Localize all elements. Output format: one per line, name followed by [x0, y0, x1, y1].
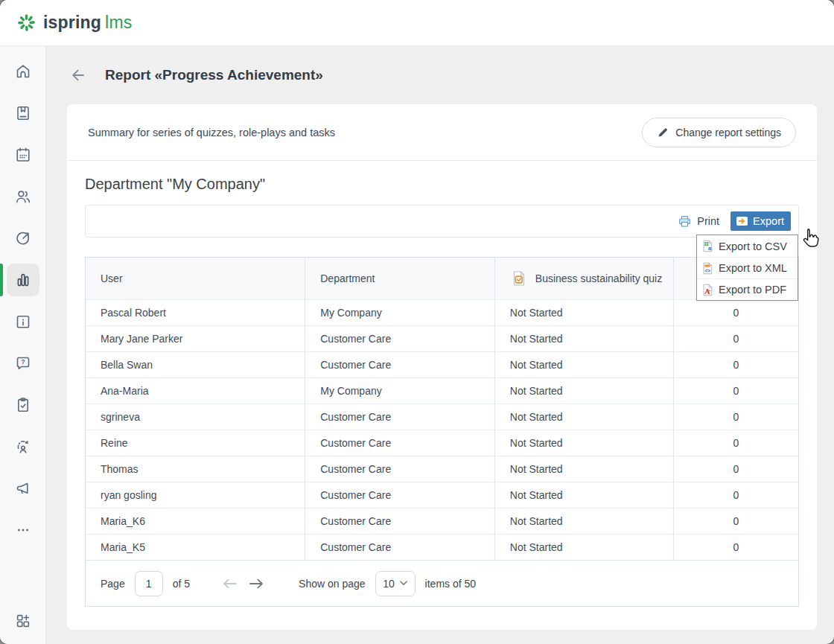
page-total-label: of 5 [173, 578, 190, 590]
cell-quiz_status: Not Started [494, 534, 673, 560]
sidebar-item-more[interactable] [7, 514, 39, 546]
sidebar-item-home[interactable] [7, 55, 39, 88]
cell-quiz_status: Not Started [494, 482, 673, 508]
cell-department: Customer Care [305, 404, 495, 430]
cell-user: ryan gosling [86, 482, 305, 508]
target-icon [14, 229, 32, 247]
ispring-starburst-icon [16, 13, 36, 33]
cell-quiz_status: Not Started [494, 508, 673, 534]
cell-score: 0 [674, 351, 799, 377]
sidebar-item-observation[interactable] [7, 430, 39, 463]
sidebar-item-goals[interactable] [7, 222, 39, 255]
chat-question-icon: ? [14, 354, 32, 372]
export-label: Export [753, 215, 784, 227]
more-dots-icon [14, 521, 32, 539]
export-to-pdf-label: Export to PDF [719, 284, 786, 296]
sidebar-item-info[interactable] [7, 305, 39, 338]
next-page-button[interactable] [248, 576, 264, 592]
svg-text:A: A [704, 287, 710, 295]
cell-score: 0 [674, 456, 799, 482]
export-to-xml-label: Export to XML [719, 262, 787, 274]
apps-plus-icon [14, 612, 32, 630]
arrow-left-icon [69, 66, 87, 84]
chevron-down-icon [400, 581, 407, 586]
file-xml-icon: <> [701, 262, 714, 275]
table-row: Pascal RobertMy CompanyNot Started0 [86, 299, 798, 325]
table-row: Maria_K6Customer CareNot Started0 [86, 508, 798, 534]
mouse-cursor [801, 228, 821, 252]
summary-text: Summary for series of quizzes, role-play… [88, 127, 335, 138]
ispring-logo[interactable]: ispringlms [16, 13, 132, 33]
cell-score: 0 [674, 404, 799, 430]
cell-user: Ana-Maria [86, 377, 305, 404]
cell-user: Maria_K6 [86, 508, 305, 534]
cell-user: Mary Jane Parker [86, 325, 305, 351]
print-button[interactable]: Print [678, 214, 719, 229]
page-size-value: 10 [383, 578, 395, 590]
table-header-row: User Department [86, 258, 798, 299]
export-icon [736, 216, 748, 226]
sidebar-item-apps[interactable] [7, 605, 39, 637]
cell-department: Customer Care [305, 430, 495, 456]
calendar-icon [14, 146, 32, 164]
cell-department: My Company [305, 377, 495, 404]
export-to-xml-item[interactable]: <> Export to XML [697, 257, 798, 278]
table-row: Ana-MariaMy CompanyNot Started0 [86, 377, 798, 404]
book-icon [14, 104, 32, 122]
sidebar-item-reports[interactable] [7, 264, 39, 296]
cell-department: Customer Care [305, 325, 495, 351]
cell-score: 0 [674, 534, 799, 560]
sidebar-item-help[interactable]: ? [7, 347, 39, 380]
cell-score: 0 [674, 325, 799, 351]
person-360-icon [14, 438, 32, 456]
cell-quiz_status: Not Started [494, 351, 673, 377]
cell-user: Pascal Robert [86, 299, 305, 325]
cell-department: My Company [305, 299, 495, 325]
cell-user: Reine [86, 430, 305, 456]
cell-score: 0 [674, 508, 799, 534]
top-bar: ispringlms [0, 0, 834, 46]
cell-quiz_status: Not Started [494, 325, 673, 351]
sidebar-item-announcements[interactable] [7, 472, 39, 505]
cell-user: Thomas [86, 456, 305, 482]
table-row: Bella SwanCustomer CareNot Started0 [86, 351, 798, 377]
users-icon [14, 188, 32, 205]
prev-page-button[interactable] [221, 576, 238, 592]
export-to-csv-item[interactable]: a Export to CSV [697, 235, 798, 257]
cell-department: Customer Care [305, 482, 495, 508]
summary-row: Summary for series of quizzes, role-play… [67, 104, 817, 161]
cell-department: Customer Care [305, 351, 495, 377]
page-size-select[interactable]: 10 [375, 571, 416, 596]
table-row: ryan goslingCustomer CareNot Started0 [86, 482, 798, 508]
table-body: Pascal RobertMy CompanyNot Started0Mary … [86, 299, 798, 560]
sidebar-item-people[interactable] [7, 180, 39, 213]
main-content: Report «Progress Achievement» Summary fo… [46, 46, 834, 644]
sidebar-item-calendar[interactable] [7, 138, 39, 171]
cell-quiz_status: Not Started [494, 430, 673, 456]
back-button[interactable] [69, 66, 88, 85]
pagination: Page of 5 [86, 560, 798, 606]
export-to-pdf-item[interactable]: A Export to PDF [697, 278, 798, 300]
export-button[interactable]: Export [730, 211, 791, 231]
file-pdf-icon: A [701, 284, 714, 296]
cell-user: Maria_K5 [86, 534, 305, 560]
cell-score: 0 [674, 299, 799, 325]
logo-text: ispringlms [43, 13, 132, 33]
bar-chart-icon [14, 271, 32, 289]
change-report-settings-button[interactable]: Change report settings [642, 118, 796, 147]
show-on-page-label: Show on page [299, 578, 366, 590]
report-table: User Department [85, 257, 799, 607]
svg-text:?: ? [21, 357, 25, 366]
sidebar-item-tasks[interactable] [7, 389, 39, 421]
arrow-left-disabled-icon [222, 578, 238, 590]
cell-department: Customer Care [305, 456, 495, 482]
cell-score: 0 [674, 482, 799, 508]
column-header-quiz[interactable]: Business sustainability quiz [494, 258, 673, 299]
table-row: Mary Jane ParkerCustomer CareNot Started… [86, 325, 798, 351]
items-total-label: items of 50 [425, 578, 476, 590]
page-number-input[interactable] [135, 571, 163, 596]
pencil-icon [657, 127, 669, 138]
printer-icon [678, 214, 692, 229]
sidebar-item-courses[interactable] [7, 97, 39, 130]
svg-text:<>: <> [704, 267, 710, 272]
